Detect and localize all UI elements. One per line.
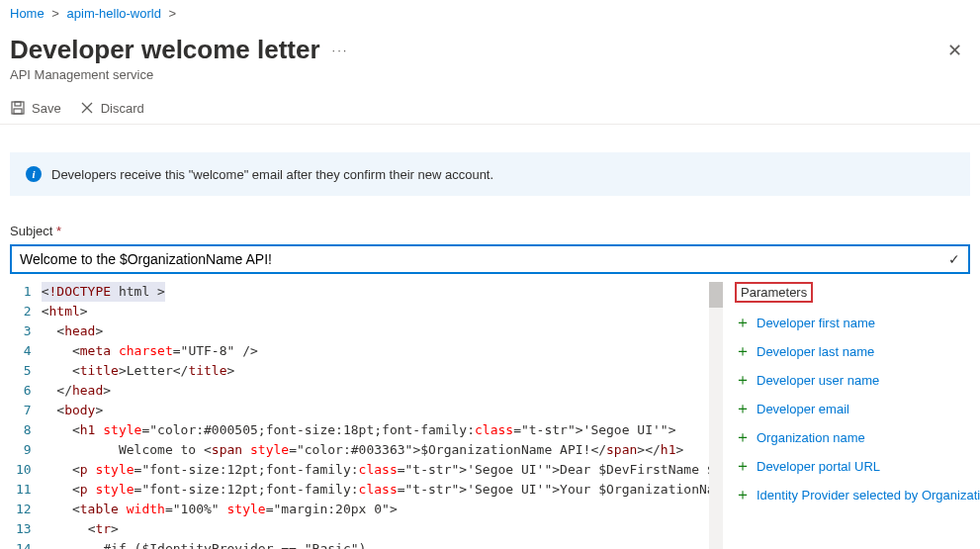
parameter-item[interactable]: ＋Developer user name xyxy=(735,366,970,395)
parameter-item[interactable]: ＋Developer first name xyxy=(735,309,970,337)
code-line[interactable]: <p style="font-size:12pt;font-family:cla… xyxy=(42,460,709,480)
parameters-panel: Parameters ＋Developer first name＋Develop… xyxy=(723,282,970,549)
plus-icon: ＋ xyxy=(735,399,749,419)
breadcrumb: Home > apim-hello-world > xyxy=(0,0,980,27)
code-line[interactable]: <title>Letter</title> xyxy=(42,361,709,381)
code-line[interactable]: <head> xyxy=(42,321,709,341)
svg-rect-1 xyxy=(15,102,21,106)
discard-icon xyxy=(79,100,95,116)
plus-icon: ＋ xyxy=(735,341,749,362)
chevron-right-icon: > xyxy=(169,6,177,21)
code-line[interactable]: <p style="font-size:12pt;font-family:cla… xyxy=(42,480,709,500)
plus-icon: ＋ xyxy=(735,485,749,505)
plus-icon: ＋ xyxy=(735,456,749,477)
breadcrumb-home[interactable]: Home xyxy=(10,6,45,21)
plus-icon: ＋ xyxy=(735,427,749,448)
parameter-item[interactable]: ＋Developer portal URL xyxy=(735,452,970,481)
parameter-label: Developer first name xyxy=(757,316,875,330)
info-icon: i xyxy=(26,166,42,182)
discard-button[interactable]: Discard xyxy=(79,100,144,116)
code-line[interactable]: <!DOCTYPE html > xyxy=(42,282,165,302)
parameter-label: Developer portal URL xyxy=(757,459,880,474)
parameter-label: Identity Provider selected by Organizati… xyxy=(757,488,980,503)
chevron-right-icon: > xyxy=(51,6,59,21)
page-subtitle: API Management service xyxy=(0,67,980,92)
parameters-header: Parameters xyxy=(735,282,813,303)
code-line[interactable]: <meta charset="UTF-8" /> xyxy=(42,341,709,361)
toolbar: Save Discard xyxy=(0,92,980,125)
breadcrumb-item[interactable]: apim-hello-world xyxy=(67,6,161,21)
parameter-item[interactable]: ＋Developer last name xyxy=(735,337,970,366)
page-title: Developer welcome letter xyxy=(10,35,320,65)
close-icon[interactable]: ✕ xyxy=(939,36,970,65)
plus-icon: ＋ xyxy=(735,370,749,391)
info-banner: i Developers receive this "welcome" emai… xyxy=(10,152,970,196)
parameter-item[interactable]: ＋Identity Provider selected by Organizat… xyxy=(735,481,970,509)
parameter-label: Developer user name xyxy=(757,373,879,388)
parameter-label: Developer email xyxy=(757,402,849,416)
parameter-item[interactable]: ＋Developer email xyxy=(735,395,970,423)
code-line[interactable]: #if ($IdentityProvider == "Basic") xyxy=(42,539,709,549)
banner-text: Developers receive this "welcome" email … xyxy=(51,167,493,182)
subject-input[interactable] xyxy=(20,251,948,267)
code-line[interactable]: <tr> xyxy=(42,519,709,539)
code-line[interactable]: <body> xyxy=(42,401,709,420)
code-line[interactable]: Welcome to <span style="color:#003363">$… xyxy=(42,440,709,460)
code-line[interactable]: <h1 style="color:#000505;font-size:18pt;… xyxy=(42,420,709,440)
parameter-label: Developer last name xyxy=(757,344,874,359)
save-button[interactable]: Save xyxy=(10,100,61,116)
scrollbar[interactable] xyxy=(709,282,723,549)
scrollbar-thumb[interactable] xyxy=(709,282,723,308)
parameter-item[interactable]: ＋Organization name xyxy=(735,423,970,452)
more-icon[interactable]: ··· xyxy=(332,43,349,57)
code-line[interactable]: </head> xyxy=(42,381,709,401)
code-editor[interactable]: 123456789101112131415 <!DOCTYPE html ><h… xyxy=(10,282,723,549)
subject-input-wrapper[interactable]: ✓ xyxy=(10,244,970,274)
subject-label: Subject * xyxy=(0,206,980,244)
svg-rect-2 xyxy=(14,109,22,114)
plus-icon: ＋ xyxy=(735,313,749,333)
line-gutter: 123456789101112131415 xyxy=(10,282,42,549)
parameter-label: Organization name xyxy=(757,430,865,445)
code-line[interactable]: <html> xyxy=(42,302,709,321)
check-icon: ✓ xyxy=(948,251,960,267)
code-content[interactable]: <!DOCTYPE html ><html> <head> <meta char… xyxy=(42,282,709,549)
code-line[interactable]: <table width="100%" style="margin:20px 0… xyxy=(42,500,709,519)
save-icon xyxy=(10,100,26,116)
